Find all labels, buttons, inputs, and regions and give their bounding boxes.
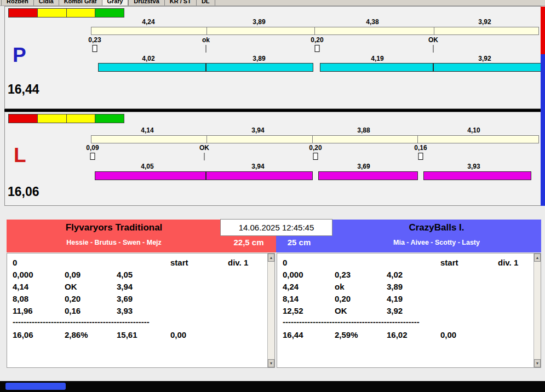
legend-yellow-segment bbox=[66, 114, 96, 123]
header-cell: 0 bbox=[283, 258, 287, 267]
track-divider bbox=[434, 27, 434, 34]
split-time-label: 3,89 bbox=[253, 18, 265, 26]
fault-tick-marker bbox=[315, 45, 320, 52]
dog-time-label: 3,92 bbox=[478, 55, 491, 62]
scroll-up-icon[interactable]: ▲ bbox=[534, 253, 541, 262]
tab-cidla[interactable]: Cidla bbox=[33, 0, 59, 6]
legend-red-segment bbox=[8, 114, 38, 123]
table-row: 0,000 0,23 4,02 bbox=[277, 270, 533, 282]
legend-yellow-segment bbox=[37, 114, 67, 123]
team-dogs: Hessie - Brutus - Swen - Mejz bbox=[7, 239, 221, 246]
split-time-label: 3,92 bbox=[478, 18, 491, 26]
change-mark-label: 0,20 bbox=[309, 144, 322, 152]
run-bar-segment bbox=[318, 171, 418, 180]
lane-panel-p: P 4,24 3,89 4,38 3,92 0,23 ok 0,20 OK 4,… bbox=[4, 6, 541, 109]
change-mark: 0,09 bbox=[65, 270, 81, 279]
right-indicator-strip-blue bbox=[541, 54, 545, 206]
cumulative-time: 12,52 bbox=[283, 306, 303, 315]
penalty-time: 0,00 bbox=[170, 330, 186, 339]
change-mark-label: 0,16 bbox=[414, 144, 427, 152]
track-divider bbox=[312, 136, 313, 143]
fault-tick-marker bbox=[90, 153, 95, 160]
status-legend bbox=[8, 8, 124, 18]
run-bar-segment bbox=[98, 63, 206, 72]
total-time: 16,06 bbox=[13, 330, 33, 339]
right-indicator-strip-red bbox=[541, 7, 545, 54]
lane-letter: P bbox=[13, 45, 26, 65]
dog-time-label: 4,19 bbox=[371, 55, 383, 62]
team-name: CrazyBalls I. bbox=[332, 222, 541, 233]
change-mark: 0,20 bbox=[335, 294, 351, 303]
tab-grafy[interactable]: Grafy bbox=[102, 0, 129, 6]
cumulative-time: 4,24 bbox=[283, 282, 299, 291]
run-bar-segment bbox=[433, 63, 541, 72]
table-header-row: 0 start div. 1 bbox=[7, 258, 267, 270]
cumulative-time: 8,08 bbox=[13, 294, 28, 303]
scroll-down-icon[interactable]: ▼ bbox=[534, 359, 541, 367]
separator-row: ----------------------------------------… bbox=[7, 317, 267, 329]
change-mark-label: 0,23 bbox=[88, 36, 101, 44]
table-row: 0,000 0,09 4,05 bbox=[7, 270, 267, 282]
table-row: 4,24 ok 3,89 bbox=[277, 282, 533, 294]
header-cell: div. 1 bbox=[228, 258, 248, 267]
track-divider bbox=[206, 136, 207, 143]
split-time-label: 4,10 bbox=[467, 126, 480, 134]
bottom-indicator bbox=[5, 383, 66, 390]
change-mark: OK bbox=[65, 282, 77, 291]
fault-tick-marker bbox=[418, 153, 423, 160]
split-track bbox=[91, 27, 539, 35]
net-time: 16,02 bbox=[387, 330, 408, 339]
legend-green-segment bbox=[95, 114, 124, 123]
table-scrollbar[interactable]: ▲ ▼ bbox=[267, 253, 274, 367]
fault-tick-marker bbox=[93, 45, 97, 52]
tab-rozbeh[interactable]: Rozbeh bbox=[1, 0, 33, 6]
total-time: 16,44 bbox=[283, 330, 303, 339]
run-bar-segment bbox=[320, 63, 433, 72]
split-time-label: 3,88 bbox=[357, 126, 370, 134]
dog-time: 3,94 bbox=[117, 282, 133, 291]
run-bar-segment bbox=[206, 171, 313, 180]
ok-tick-marker bbox=[206, 45, 206, 53]
jump-height: 22,5 cm bbox=[221, 238, 276, 247]
change-mark-label: OK bbox=[199, 144, 209, 152]
header-cell: start bbox=[440, 258, 458, 267]
dog-time: 3,92 bbox=[387, 306, 403, 315]
tab-kombi-graf[interactable]: Kombi Graf bbox=[59, 0, 102, 6]
totals-row: 16,06 2,86% 15,61 0,00 bbox=[7, 330, 267, 342]
scroll-down-icon[interactable]: ▼ bbox=[268, 359, 274, 367]
table-row: 12,52 OK 3,92 bbox=[277, 306, 533, 318]
legend-green-segment bbox=[95, 8, 124, 18]
tab-dl[interactable]: DL bbox=[196, 0, 215, 6]
split-time-label: 3,94 bbox=[251, 126, 264, 134]
run-bar-segment bbox=[95, 171, 206, 180]
separator-row: ----------------------------------------… bbox=[277, 317, 533, 329]
tab-kr-st[interactable]: KR / ST bbox=[164, 0, 196, 6]
totals-row: 16,44 2,59% 16,02 0,00 bbox=[277, 330, 533, 342]
split-time-label: 4,24 bbox=[142, 18, 154, 26]
split-track bbox=[91, 135, 539, 143]
tab-druzstva[interactable]: Druzstva bbox=[128, 0, 164, 6]
dog-time: 4,05 bbox=[117, 270, 133, 279]
dog-time-label: 3,93 bbox=[467, 163, 480, 170]
lane-letter: L bbox=[14, 145, 26, 165]
total-percent: 2,86% bbox=[65, 330, 88, 339]
fault-tick-marker bbox=[313, 153, 318, 160]
legend-yellow-segment bbox=[66, 8, 96, 18]
change-mark: 0,23 bbox=[335, 270, 351, 279]
cumulative-time: 8,14 bbox=[283, 294, 299, 303]
change-mark-label: 0,20 bbox=[311, 36, 323, 44]
table-scrollbar[interactable]: ▲ ▼ bbox=[533, 253, 541, 367]
table-row: 8,14 0,20 4,19 bbox=[277, 294, 533, 306]
dog-time-label: 4,02 bbox=[142, 55, 154, 62]
dog-time: 3,69 bbox=[117, 294, 133, 303]
bottom-bar bbox=[0, 381, 545, 392]
scroll-up-icon[interactable]: ▲ bbox=[268, 253, 274, 262]
table-row: 4,14 OK 3,94 bbox=[7, 282, 267, 294]
app-window: Rozbeh Cidla Kombi Graf Grafy Druzstva K… bbox=[0, 0, 545, 392]
header-cell: 0 bbox=[13, 258, 17, 267]
dog-time: 4,19 bbox=[387, 294, 403, 303]
lane-panel-l: L 4,14 3,94 3,88 4,10 0,09 OK 0,20 0,16 … bbox=[4, 112, 541, 206]
track-divider bbox=[417, 136, 418, 143]
header-cell: start bbox=[170, 258, 188, 267]
table-header-row: 0 start div. 1 bbox=[277, 258, 533, 270]
